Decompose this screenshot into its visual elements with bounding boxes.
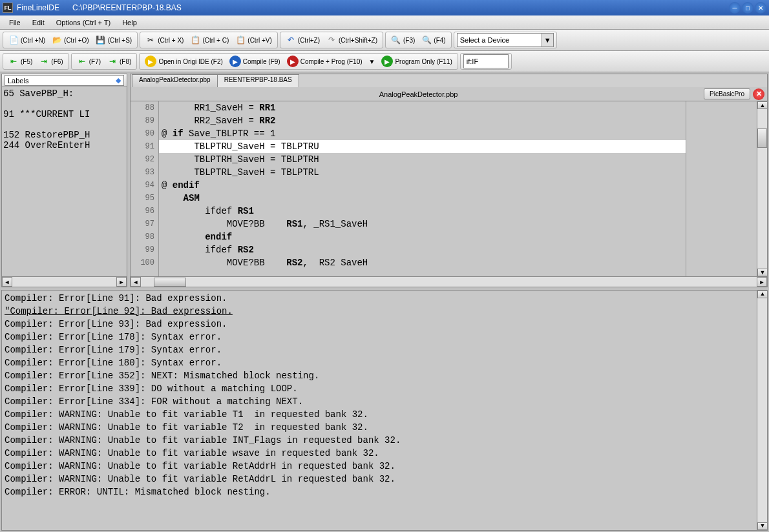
compile-label: Compile (F9)	[243, 58, 280, 65]
menu-options[interactable]: Options (Ctrl + T)	[51, 17, 116, 28]
cut-button[interactable]: ✂ (Ctrl + X)	[143, 34, 186, 46]
maximize-button[interactable]: □	[742, 2, 753, 14]
scroll-up-icon[interactable]: ▲	[757, 101, 767, 109]
output-line[interactable]: Compiler: Error[Line 352]: NEXT: Mismatc…	[5, 369, 754, 382]
find-replace-icon: 🔍	[421, 35, 432, 45]
redo-button[interactable]: ↷ (Ctrl+Shift+Z)	[324, 34, 380, 46]
find-button[interactable]: 🔍 (F3)	[388, 34, 417, 46]
minimize-button[interactable]: ─	[729, 2, 741, 14]
sidebar-item[interactable]: 244 OverReEnterH	[3, 140, 125, 150]
out-scroll-up-icon[interactable]: ▲	[757, 291, 768, 298]
code-line[interactable]: endif	[159, 230, 686, 243]
output-line[interactable]: Compiler: WARNING: Unable to fit variabl…	[5, 434, 754, 447]
output-line[interactable]: Compiler: WARNING: Unable to fit variabl…	[5, 447, 754, 460]
output-line[interactable]: Compiler: Error[Line 91]: Bad expression…	[5, 292, 754, 305]
code-line[interactable]: MOVE?BB RS2, RS2 SaveH	[159, 256, 686, 269]
out-scroll-down-icon[interactable]: ▼	[757, 522, 768, 530]
code-area[interactable]: 888990919293949596979899100 RR1_SaveH = …	[131, 101, 757, 276]
scroll-right-icon[interactable]: ►	[116, 277, 127, 287]
hscroll-right-icon[interactable]: ►	[757, 277, 767, 287]
code-line[interactable]: @ if Save_TBLPTR == 1	[159, 127, 686, 140]
outdent-icon: ⇤	[77, 56, 87, 66]
code-line[interactable]: MOVE?BB RS1, _RS1_SaveH	[159, 218, 686, 230]
output-vscroll[interactable]: ▲ ▼	[757, 291, 767, 530]
menu-edit[interactable]: Edit	[27, 17, 50, 28]
device-select[interactable]: Select a Device ▼	[457, 33, 554, 47]
code-line[interactable]: @ endif	[159, 179, 686, 192]
editor-vscroll[interactable]: ▲ ▼	[757, 101, 767, 276]
compile-prog-button[interactable]: ▶ Compile + Prog (F10)	[284, 54, 365, 68]
vscroll-thumb[interactable]	[757, 128, 767, 148]
outdent-button[interactable]: ⇤ (F7)	[74, 55, 103, 68]
editor-hscroll[interactable]: ◄ ►	[131, 276, 767, 287]
indent-right-button[interactable]: ⇥ (F6)	[36, 55, 65, 68]
code-line[interactable]: ASM	[159, 192, 686, 205]
sidebar-item[interactable]: 152 RestorePBP_H	[3, 130, 125, 140]
sidebar-item[interactable]	[3, 119, 125, 130]
new-file-button[interactable]: 📄 (Ctrl +N)	[6, 34, 48, 46]
find-replace-label: (F4)	[434, 37, 445, 44]
sidebar-item[interactable]	[3, 99, 125, 109]
code-line[interactable]: TBLPTRH_SaveH = TBLPTRH	[159, 153, 686, 166]
hscroll-left-icon[interactable]: ◄	[131, 277, 141, 287]
dropdown-button[interactable]: ▼	[366, 57, 378, 66]
new-file-icon: 📄	[8, 35, 19, 45]
output-line[interactable]: Compiler: WARNING: Unable to fit variabl…	[5, 473, 754, 486]
output-line[interactable]: Compiler: Error[Line 178]: Syntax error.	[5, 331, 754, 343]
code-line[interactable]: ifdef RS1	[159, 205, 686, 218]
play-yellow-icon: ▶	[145, 56, 156, 67]
if-input[interactable]	[463, 54, 509, 68]
output-line[interactable]: Compiler: Error[Line 93]: Bad expression…	[5, 318, 754, 331]
code-line[interactable]: TBLPTRU_SaveH = TBLPTRU	[159, 140, 686, 153]
redo-label: (Ctrl+Shift+Z)	[339, 37, 377, 44]
output-line[interactable]: Compiler: Error[Line 180]: Syntax error.	[5, 356, 754, 369]
undo-button[interactable]: ↶ (Ctrl+Z)	[283, 34, 322, 46]
output-content[interactable]: Compiler: Error[Line 91]: Bad expression…	[2, 291, 757, 530]
device-select-text: Select a Device	[458, 36, 542, 44]
cut-icon: ✂	[145, 35, 156, 45]
scroll-down-icon[interactable]: ▼	[757, 269, 767, 276]
sidebar-item[interactable]: 91 ***CURRENT LI	[3, 109, 125, 119]
find-replace-button[interactable]: 🔍 (F4)	[419, 34, 448, 46]
compile-button[interactable]: ▶ Compile (F9)	[227, 54, 283, 68]
scroll-left-icon[interactable]: ◄	[2, 277, 12, 287]
labels-dropdown[interactable]: Labels ◆	[5, 75, 124, 86]
save-file-button[interactable]: 💾 (Ctrl +S)	[93, 34, 135, 46]
code-line[interactable]: RR2_SaveH = RR2	[159, 114, 686, 127]
output-line[interactable]: Compiler: Error[Line 179]: Syntax error.	[5, 343, 754, 356]
code-line[interactable]: RR1_SaveH = RR1	[159, 101, 686, 114]
open-origi-button[interactable]: ▶ Open in Origi IDE (F2)	[142, 54, 225, 68]
f5-label: (F5)	[21, 58, 32, 65]
tab-analog[interactable]: AnalogPeakDetector.pbp	[132, 74, 218, 87]
hscroll-thumb[interactable]	[154, 278, 186, 287]
close-button[interactable]: ✕	[755, 2, 766, 14]
copy-button[interactable]: 📋 (Ctrl + C)	[187, 34, 231, 46]
indent-left-icon: ⇤	[8, 56, 19, 66]
output-line[interactable]: Compiler: WARNING: Unable to fit variabl…	[5, 460, 754, 473]
open-file-button[interactable]: 📂 (Ctrl +O)	[49, 34, 92, 46]
sidebar-item[interactable]: 65 SavePBP_H:	[3, 88, 125, 99]
indent-left-button[interactable]: ⇤ (F5)	[6, 55, 35, 68]
paste-icon: 📋	[235, 35, 246, 45]
close-editor-button[interactable]: ✕	[753, 88, 764, 100]
code-line[interactable]: TBLPTRL_SaveH = TBLPTRL	[159, 166, 686, 179]
code-lines[interactable]: RR1_SaveH = RR1 RR2_SaveH = RR2@ if Save…	[159, 101, 686, 276]
output-line[interactable]: Compiler: WARNING: Unable to fit variabl…	[5, 408, 754, 421]
output-line[interactable]: Compiler: Error[Line 339]: DO without a …	[5, 382, 754, 395]
sidebar-content[interactable]: 65 SavePBP_H: 91 ***CURRENT LI 152 Resto…	[2, 87, 127, 276]
menu-file[interactable]: File	[4, 17, 26, 28]
output-line[interactable]: Compiler: ERROR: UNTIL: Mismatched block…	[5, 486, 754, 498]
code-line[interactable]: ifdef RS2	[159, 243, 686, 256]
output-line[interactable]: Compiler: WARNING: Unable to fit variabl…	[5, 421, 754, 434]
line-number: 92	[131, 153, 154, 166]
menu-help[interactable]: Help	[117, 17, 142, 28]
indent-button[interactable]: ⇥ (F8)	[105, 55, 134, 68]
paste-button[interactable]: 📋 (Ctrl +V)	[233, 34, 275, 46]
tab-reenter[interactable]: REENTERPBP-18.BAS	[217, 74, 299, 87]
program-only-button[interactable]: ▶ Program Only (F11)	[379, 54, 454, 68]
line-number: 88	[131, 101, 154, 114]
language-box[interactable]: PicBasicPro	[704, 88, 750, 99]
output-line[interactable]: Compiler: Error[Line 334]: FOR without a…	[5, 395, 754, 408]
output-line[interactable]: "Compiler: Error[Line 92]: Bad expressio…	[5, 305, 754, 318]
sidebar-hscroll[interactable]: ◄ ►	[2, 276, 127, 287]
